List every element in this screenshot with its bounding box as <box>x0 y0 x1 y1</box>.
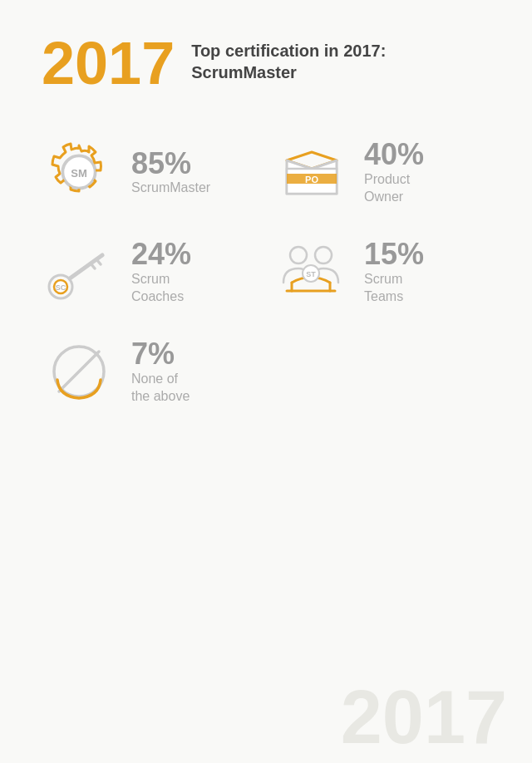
none-label: None ofthe above <box>131 371 190 406</box>
scrummaster-text: 85% ScrumMaster <box>131 147 210 197</box>
svg-point-14 <box>290 247 307 263</box>
watermark-year: 2017 <box>341 680 507 755</box>
header: 2017 Top certification in 2017: ScrumMas… <box>42 33 490 93</box>
scrum-coaches-label: ScrumCoaches <box>131 271 191 306</box>
scrummaster-icon: SM <box>42 135 116 209</box>
none-percent: 7% <box>131 337 190 371</box>
item-none: 7% None ofthe above <box>42 334 490 409</box>
product-owner-text: 40% ProductOwner <box>364 138 424 205</box>
none-text: 7% None ofthe above <box>131 337 190 405</box>
scrum-coaches-text: 24% ScrumCoaches <box>131 238 191 305</box>
svg-point-15 <box>315 247 332 263</box>
svg-text:SC: SC <box>56 283 66 292</box>
header-text: Top certification in 2017: ScrumMaster <box>191 33 386 83</box>
item-scrum-teams: ST 15% ScrumTeams <box>274 234 490 309</box>
stats-grid: SM 85% ScrumMaster <box>42 135 490 309</box>
item-scrummaster: SM 85% ScrumMaster <box>42 135 258 209</box>
scrummaster-label: ScrumMaster <box>131 180 210 197</box>
item-product-owner: PO 40% ProductOwner <box>274 135 490 209</box>
svg-text:ST: ST <box>306 270 316 278</box>
svg-line-12 <box>96 259 101 264</box>
scrum-teams-icon: ST <box>274 234 349 309</box>
product-owner-icon: PO <box>274 135 349 209</box>
scrum-coaches-icon: SC <box>42 234 116 309</box>
svg-text:PO: PO <box>305 175 318 185</box>
svg-line-22 <box>59 352 99 391</box>
page-container: 2017 Top certification in 2017: ScrumMas… <box>0 0 532 442</box>
scrum-teams-label: ScrumTeams <box>364 271 424 306</box>
scrum-teams-text: 15% ScrumTeams <box>364 238 424 305</box>
product-owner-percent: 40% <box>364 138 424 171</box>
year-display: 2017 <box>42 33 175 93</box>
none-icon <box>42 334 116 409</box>
product-owner-label: ProductOwner <box>364 171 424 206</box>
header-title: Top certification in 2017: ScrumMaster <box>191 40 386 83</box>
scrum-coaches-percent: 24% <box>131 238 191 271</box>
item-scrum-coaches: SC 24% ScrumCoaches <box>42 234 258 309</box>
svg-text:SM: SM <box>71 167 87 180</box>
svg-line-11 <box>91 263 95 268</box>
scrummaster-percent: 85% <box>131 147 210 180</box>
scrum-teams-percent: 15% <box>364 238 424 271</box>
